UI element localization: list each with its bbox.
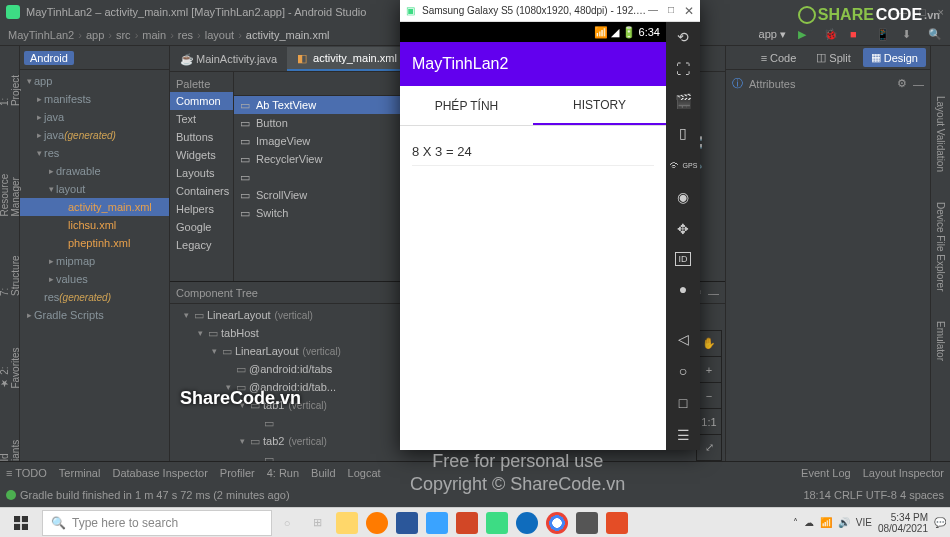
explorer-icon[interactable] [336, 512, 358, 534]
tool-resource-manager[interactable]: Resource Manager [0, 136, 21, 217]
chrome-icon[interactable] [546, 512, 568, 534]
id-icon[interactable]: ID [675, 252, 691, 266]
emulator-screen[interactable]: 📶 ◢ 🔋 6:34 MayTinhLan2 PHÉP TÍNH HISTORY… [400, 22, 666, 450]
start-button[interactable] [4, 510, 38, 536]
gear-icon[interactable]: ⚙ [897, 77, 907, 90]
home-button[interactable]: ○ [674, 362, 692, 380]
tab-activity-main[interactable]: ◧activity_main.xml [287, 47, 407, 71]
onedrive-icon[interactable]: ☁ [804, 517, 814, 528]
phone-icon[interactable]: ▯ [674, 124, 692, 142]
taskview-icon[interactable]: ⊞ [306, 512, 328, 534]
notifications-icon[interactable]: 💬 [934, 517, 946, 528]
palette-category[interactable]: Containers [170, 182, 233, 200]
tree-node[interactable]: ▾layout [20, 180, 169, 198]
crumb[interactable]: activity_main.xml [246, 29, 330, 41]
avd-icon[interactable]: 📱 [876, 28, 890, 42]
tree-node[interactable]: ▾app [20, 72, 169, 90]
move-icon[interactable]: ✥ [674, 220, 692, 238]
view-code-tab[interactable]: ≡Code [753, 48, 805, 67]
run-config-selector[interactable]: app ▾ [759, 28, 786, 42]
camera-icon[interactable]: 🎬 [674, 92, 692, 110]
emulator-window[interactable]: ▣ Samsung Galaxy S5 (1080x1920, 480dpi) … [400, 0, 700, 450]
edge-icon[interactable] [516, 512, 538, 534]
debug-icon[interactable]: 🐞 [824, 28, 838, 42]
palette-category[interactable]: Common [170, 92, 233, 110]
search-icon[interactable]: 🔍 [928, 28, 942, 42]
emulator-titlebar[interactable]: ▣ Samsung Galaxy S5 (1080x1920, 480dpi) … [400, 0, 700, 22]
minimize-icon[interactable]: — [708, 287, 719, 299]
view-split-tab[interactable]: ◫Split [808, 48, 858, 67]
emulator-close-button[interactable]: ✕ [684, 4, 694, 18]
run-tab[interactable]: 4: Run [267, 467, 299, 479]
tree-node[interactable]: pheptinh.xml [20, 234, 169, 252]
tree-node[interactable]: ▸mipmap [20, 252, 169, 270]
project-view-selector[interactable]: Android [24, 51, 74, 65]
tree-node[interactable]: ▾res [20, 144, 169, 162]
minimize-icon[interactable]: — [913, 78, 924, 90]
project-tree[interactable]: ▾app▸manifests▸java▸java (generated)▾res… [20, 70, 169, 476]
fullscreen-icon[interactable]: ⛶ [674, 60, 692, 78]
cortana-icon[interactable]: ○ [276, 512, 298, 534]
zoom-fit[interactable]: ⤢ [697, 435, 721, 461]
run-icon[interactable]: ▶ [798, 28, 812, 42]
tool-favorites[interactable]: ★ 2: Favorites [0, 326, 21, 389]
build-tab[interactable]: Build [311, 467, 335, 479]
crumb[interactable]: src [116, 29, 131, 41]
rotate-icon[interactable]: ⟲ [674, 28, 692, 46]
firefox-icon[interactable] [366, 512, 388, 534]
tree-node[interactable]: ▸drawable [20, 162, 169, 180]
crumb[interactable]: MayTinhLan2 [8, 29, 74, 41]
tree-node[interactable]: ▸Gradle Scripts [20, 306, 169, 324]
layout-inspector-tab[interactable]: Layout Inspector [863, 467, 944, 479]
tool-project[interactable]: 1: Project [0, 66, 21, 106]
wifi-tray-icon[interactable]: 📶 [820, 517, 832, 528]
view-design-tab[interactable]: ▦Design [863, 48, 926, 67]
db-inspector-tab[interactable]: Database Inspector [112, 467, 207, 479]
emulator-taskbar-icon[interactable] [576, 512, 598, 534]
emulator-max-button[interactable]: □ [668, 4, 674, 18]
palette-category[interactable]: Text [170, 110, 233, 128]
record2-icon[interactable]: ● [674, 280, 692, 298]
tree-node[interactable]: ▸java (generated) [20, 126, 169, 144]
taskbar-search[interactable]: 🔍 Type here to search [42, 510, 272, 536]
back-button[interactable]: ◁ [674, 330, 692, 348]
palette-category[interactable]: Widgets [170, 146, 233, 164]
zoom-reset[interactable]: 1:1 [697, 409, 721, 435]
android-studio-taskbar-icon[interactable] [486, 512, 508, 534]
tree-node[interactable]: lichsu.xml [20, 216, 169, 234]
crumb[interactable]: res [178, 29, 193, 41]
event-log-tab[interactable]: Event Log [801, 467, 851, 479]
ppt-icon[interactable] [456, 512, 478, 534]
menu-button[interactable]: ☰ [674, 426, 692, 444]
tree-node[interactable]: ▸values [20, 270, 169, 288]
tab-main-activity[interactable]: ☕MainActivity.java [170, 47, 287, 71]
tool-structure[interactable]: 7: Structure [0, 247, 21, 296]
tool-device-file-explorer[interactable]: Device File Explorer [935, 202, 946, 291]
profiler-tab[interactable]: Profiler [220, 467, 255, 479]
tab-pheptinh[interactable]: PHÉP TÍNH [400, 86, 533, 125]
system-tray[interactable]: ˄ ☁ 📶 🔊 VIE 5:34 PM 08/04/2021 💬 [793, 512, 946, 534]
wifi-icon[interactable]: ᯤGPS [674, 156, 692, 174]
palette-category[interactable]: Layouts [170, 164, 233, 182]
palette-category[interactable]: Buttons [170, 128, 233, 146]
tab-history[interactable]: HISTORY [533, 86, 666, 125]
language-indicator[interactable]: VIE [856, 517, 872, 528]
palette-category[interactable]: Legacy [170, 236, 233, 254]
crumb[interactable]: main [142, 29, 166, 41]
tree-node[interactable]: activity_main.xml [20, 198, 169, 216]
palette-category[interactable]: Helpers [170, 200, 233, 218]
tree-node[interactable]: ▸manifests [20, 90, 169, 108]
terminal-tab[interactable]: Terminal [59, 467, 101, 479]
sdk-icon[interactable]: ⬇ [902, 28, 916, 42]
stop-icon[interactable]: ■ [850, 28, 864, 42]
store-icon[interactable] [426, 512, 448, 534]
taskbar-clock[interactable]: 5:34 PM 08/04/2021 [878, 512, 928, 534]
word-icon[interactable] [396, 512, 418, 534]
tree-node[interactable]: res (generated) [20, 288, 169, 306]
crumb[interactable]: layout [205, 29, 234, 41]
tool-layout-validation[interactable]: Layout Validation [935, 96, 946, 172]
emulator-min-button[interactable]: — [648, 4, 658, 18]
pdf-icon[interactable] [606, 512, 628, 534]
volume-icon[interactable]: 🔊 [838, 517, 850, 528]
palette-category[interactable]: Google [170, 218, 233, 236]
